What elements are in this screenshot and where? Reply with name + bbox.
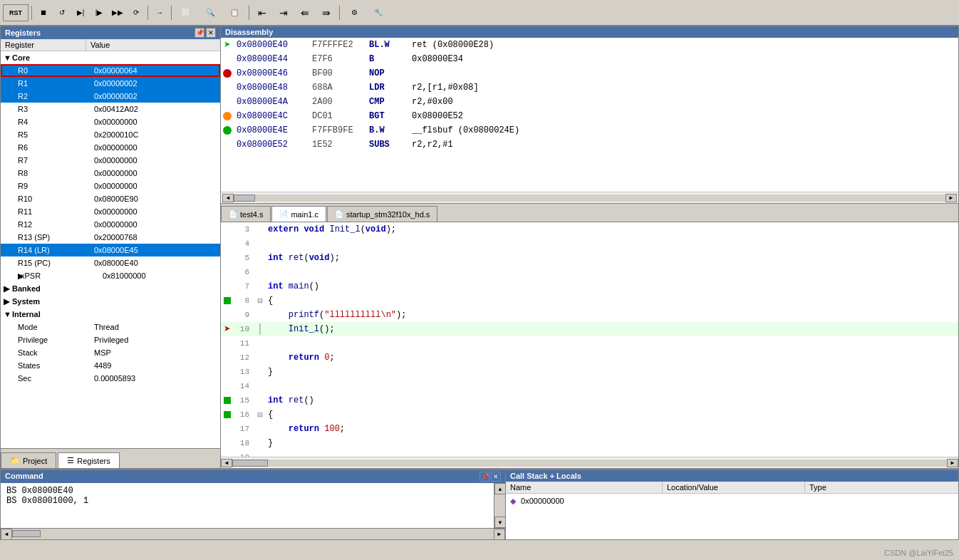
cmd-scroll-left[interactable]: ◀ bbox=[1, 529, 12, 540]
reg-row-r7[interactable]: R7 0x00000000 bbox=[1, 154, 220, 167]
section-banked[interactable]: ▶ Banked bbox=[1, 282, 220, 295]
reg-row-r5[interactable]: R5 0x2000010C bbox=[1, 128, 220, 141]
section-system[interactable]: ▶ System bbox=[1, 295, 220, 308]
nav-btn2[interactable]: ⇥ bbox=[274, 4, 294, 21]
section-core[interactable]: ▼ Core bbox=[1, 51, 220, 64]
section-internal[interactable]: ▼ Internal bbox=[1, 308, 220, 321]
close-panel-button[interactable]: ✕ bbox=[206, 28, 216, 38]
debug-settings[interactable]: 🔧 bbox=[367, 4, 390, 21]
step-over-button[interactable]: |▶ bbox=[90, 4, 108, 21]
code-scroll-right[interactable]: ▶ bbox=[947, 459, 958, 467]
scroll-down-btn[interactable]: ▼ bbox=[494, 517, 505, 528]
rst-button[interactable]: RST bbox=[3, 4, 28, 21]
tab-project[interactable]: 📁 Project bbox=[1, 452, 56, 468]
code-row-7[interactable]: 7 int main() bbox=[221, 279, 958, 294]
reset-button[interactable]: ↺ bbox=[53, 4, 71, 21]
reg-row-stack[interactable]: Stack MSP bbox=[1, 346, 220, 359]
code-scroll-thumb[interactable] bbox=[232, 460, 268, 467]
step-out-button[interactable]: ▶▶ bbox=[109, 4, 126, 21]
reg-row-r14[interactable]: R14 (LR) 0x08000E45 bbox=[1, 244, 220, 256]
cmd-scroll-thumb[interactable] bbox=[12, 530, 41, 537]
reg-row-r12[interactable]: R12 0x00000000 bbox=[1, 218, 220, 231]
nav-btn3[interactable]: ⇚ bbox=[295, 4, 315, 21]
tab-test4s-label: test4.s bbox=[240, 210, 263, 219]
green-square-icon-3 bbox=[224, 411, 231, 418]
reg-row-r10[interactable]: R10 0x08000E90 bbox=[1, 192, 220, 205]
tab-registers[interactable]: ☰ Registers bbox=[58, 452, 119, 468]
code-row-12[interactable]: 12 return 0; bbox=[221, 351, 958, 365]
reg-row-r13[interactable]: R13 (SP) 0x20000768 bbox=[1, 231, 220, 244]
disasm-row-6[interactable]: 0x08000E4C DC01 BGT 0x08000E52 bbox=[221, 109, 958, 123]
disasm-row-7[interactable]: 0x08000E4E F7FFB9FE B.W __flsbuf (0x0800… bbox=[221, 123, 958, 138]
cmd-scroll-right[interactable]: ▶ bbox=[494, 529, 505, 540]
reg-row-r3[interactable]: R3 0x00412A02 bbox=[1, 103, 220, 115]
reg-row-r15[interactable]: R15 (PC) 0x08000E40 bbox=[1, 256, 220, 269]
step-into-button[interactable]: ▶| bbox=[72, 4, 89, 21]
scroll-right-btn[interactable]: ▶ bbox=[945, 194, 957, 202]
code-row-18[interactable]: 18 } bbox=[221, 436, 958, 450]
code-row-5[interactable]: 5 int ret(void); bbox=[221, 251, 958, 265]
code-scroll-left[interactable]: ◀ bbox=[221, 459, 232, 467]
run-button[interactable]: ⟳ bbox=[128, 4, 145, 21]
view-btn3[interactable]: 📋 bbox=[223, 4, 246, 21]
registers-content[interactable]: ▼ Core R0 0x00000064 R1 0x00000002 R2 0x… bbox=[1, 51, 220, 448]
code-row-19[interactable]: 19 bbox=[221, 450, 958, 457]
callstack-content[interactable]: ◆ 0x00000000 bbox=[506, 494, 958, 539]
scroll-left-btn[interactable]: ◀ bbox=[222, 194, 234, 202]
fold-16[interactable]: ⊟ bbox=[255, 410, 265, 420]
disasm-row-8[interactable]: 0x08000E52 1E52 SUBS r2,r2,#1 bbox=[221, 138, 958, 152]
code-row-4[interactable]: 4 bbox=[221, 237, 958, 251]
scroll-thumb-h[interactable] bbox=[234, 195, 255, 202]
disasm-row-2[interactable]: 0x08000E44 E7F6 B 0x08000E34 bbox=[221, 52, 958, 66]
nav-btn4[interactable]: ⇛ bbox=[316, 4, 336, 21]
reg-row-mode[interactable]: Mode Thread bbox=[1, 321, 220, 333]
fold-8[interactable]: ⊟ bbox=[255, 296, 265, 306]
disasm-row-5[interactable]: 0x08000E4A 2A00 CMP r2,#0x00 bbox=[221, 95, 958, 109]
command-pin-btn[interactable]: 📌 bbox=[480, 472, 489, 482]
code-row-13[interactable]: 13 } bbox=[221, 365, 958, 379]
run-to-cursor[interactable]: → bbox=[151, 4, 168, 21]
reg-row-r4[interactable]: R4 0x00000000 bbox=[1, 115, 220, 128]
code-row-10[interactable]: ➤ 10 Init_l(); bbox=[221, 322, 958, 336]
disasm-row-1[interactable]: ➤ 0x08000E40 F7FFFFE2 BL.W ret (0x08000E… bbox=[221, 38, 958, 52]
disassembly-content[interactable]: ➤ 0x08000E40 F7FFFFE2 BL.W ret (0x08000E… bbox=[221, 38, 958, 192]
reg-row-sec[interactable]: Sec 0.00005893 bbox=[1, 372, 220, 385]
tab-main1c[interactable]: 📄 main1.c bbox=[271, 206, 326, 222]
command-close-btn[interactable]: ✕ bbox=[491, 472, 501, 482]
reg-row-r11[interactable]: R11 0x00000000 bbox=[1, 205, 220, 218]
settings-button[interactable]: ⚙ bbox=[343, 4, 366, 21]
code-row-11[interactable]: 11 bbox=[221, 336, 958, 351]
code-row-16[interactable]: 16 ⊟ { bbox=[221, 408, 958, 422]
stop-button[interactable]: ⏹ bbox=[35, 4, 52, 21]
reg-row-r8[interactable]: R8 0x00000000 bbox=[1, 167, 220, 180]
tab-startup[interactable]: 📄 startup_stm32f10x_hd.s bbox=[327, 206, 437, 222]
view-btn2[interactable]: 🔍 bbox=[199, 4, 222, 21]
reg-row-r6[interactable]: R6 0x00000000 bbox=[1, 141, 220, 154]
nav-btn1[interactable]: ⇤ bbox=[252, 4, 272, 21]
code-row-14[interactable]: 14 bbox=[221, 379, 958, 393]
code-row-17[interactable]: 17 return 100; bbox=[221, 422, 958, 436]
reg-row-states[interactable]: States 4489 bbox=[1, 359, 220, 372]
reg-row-r2[interactable]: R2 0x00000002 bbox=[1, 90, 220, 103]
reg-row-r0[interactable]: R0 0x00000064 bbox=[1, 64, 220, 77]
code-row-9[interactable]: 9 printf("llllllllll\n"); bbox=[221, 308, 958, 322]
tab-c-icon: 📄 bbox=[279, 210, 288, 218]
tab-test4s[interactable]: 📄 test4.s bbox=[221, 206, 271, 222]
code-row-3[interactable]: 3 extern void Init_l(void); bbox=[221, 222, 958, 237]
scroll-up-btn[interactable]: ▲ bbox=[494, 483, 505, 494]
code-marker-16 bbox=[221, 411, 234, 418]
code-row-15[interactable]: 15 int ret() bbox=[221, 393, 958, 408]
view-btn1[interactable]: ⬜ bbox=[175, 4, 197, 21]
pin-button[interactable]: 📌 bbox=[195, 28, 204, 38]
cs-row-1[interactable]: ◆ 0x00000000 bbox=[506, 494, 958, 508]
code-content[interactable]: 3 extern void Init_l(void); 4 5 bbox=[221, 222, 958, 457]
command-content[interactable]: BS 0x08000E40 BS 0x08001000, 1 bbox=[1, 483, 494, 528]
code-row-6[interactable]: 6 bbox=[221, 265, 958, 279]
disasm-row-3[interactable]: 0x08000E46 BF00 NOP bbox=[221, 66, 958, 81]
reg-row-r1[interactable]: R1 0x00000002 bbox=[1, 77, 220, 90]
reg-row-xpsr[interactable]: ▶ xPSR 0x81000000 bbox=[1, 269, 220, 282]
reg-row-r9[interactable]: R9 0x00000000 bbox=[1, 180, 220, 192]
reg-row-privilege[interactable]: Privilege Privileged bbox=[1, 333, 220, 346]
code-row-8[interactable]: 8 ⊟ { bbox=[221, 294, 958, 308]
disasm-row-4[interactable]: 0x08000E48 688A LDR r2,[r1,#0x08] bbox=[221, 81, 958, 95]
